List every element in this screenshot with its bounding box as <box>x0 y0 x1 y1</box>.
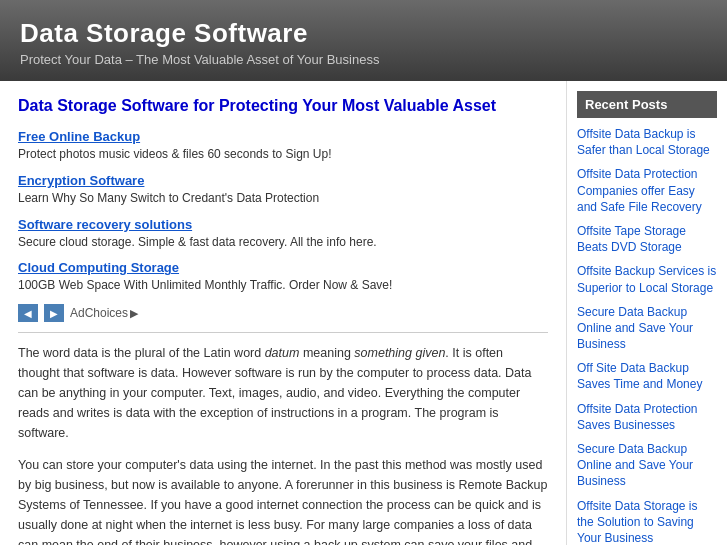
sidebar-link-7[interactable]: Secure Data Backup Online and Save Your … <box>577 441 717 490</box>
ad-controls: ◀ ▶ AdChoices ▶ <box>18 304 548 322</box>
ad-link-0-desc: Protect photos music videos & files 60 s… <box>18 146 548 163</box>
content-divider <box>18 332 548 333</box>
body-paragraph-2: You can store your computer's data using… <box>18 455 548 545</box>
ad-link-2-title[interactable]: Software recovery solutions <box>18 217 548 232</box>
site-subtitle: Protect Your Data – The Most Valuable As… <box>20 52 707 67</box>
ad-link-3-desc: 100GB Web Space With Unlimited Monthly T… <box>18 277 548 294</box>
page-wrapper: Data Storage Software for Protecting You… <box>0 81 727 545</box>
ad-next-button[interactable]: ▶ <box>44 304 64 322</box>
sidebar-link-0[interactable]: Offsite Data Backup is Safer than Local … <box>577 126 717 158</box>
sidebar-link-2[interactable]: Offsite Tape Storage Beats DVD Storage <box>577 223 717 255</box>
site-title: Data Storage Software <box>20 18 707 49</box>
ad-link-0-title[interactable]: Free Online Backup <box>18 129 548 144</box>
sidebar-link-8[interactable]: Offsite Data Storage is the Solution to … <box>577 498 717 545</box>
site-header: Data Storage Software Protect Your Data … <box>0 0 727 81</box>
main-content: Data Storage Software for Protecting You… <box>0 81 567 545</box>
ad-link-1-title[interactable]: Encryption Software <box>18 173 548 188</box>
page-heading: Data Storage Software for Protecting You… <box>18 97 548 115</box>
ad-prev-button[interactable]: ◀ <box>18 304 38 322</box>
ad-links-section: Free Online Backup Protect photos music … <box>18 129 548 294</box>
ad-link-3-title[interactable]: Cloud Computing Storage <box>18 260 548 275</box>
sidebar: Recent Posts Offsite Data Backup is Safe… <box>567 81 727 545</box>
body-paragraph-1: The word data is the plural of the Latin… <box>18 343 548 443</box>
sidebar-link-1[interactable]: Offsite Data Protection Companies offer … <box>577 166 717 215</box>
sidebar-link-5[interactable]: Off Site Data Backup Saves Time and Mone… <box>577 360 717 392</box>
ad-link-1-desc: Learn Why So Many Switch to Credant's Da… <box>18 190 548 207</box>
sidebar-heading: Recent Posts <box>577 91 717 118</box>
sidebar-link-3[interactable]: Offsite Backup Services is Superior to L… <box>577 263 717 295</box>
ad-link-2-desc: Secure cloud storage. Simple & fast data… <box>18 234 548 251</box>
ad-choices-icon: ▶ <box>130 307 138 320</box>
sidebar-link-4[interactable]: Secure Data Backup Online and Save Your … <box>577 304 717 353</box>
sidebar-link-6[interactable]: Offsite Data Protection Saves Businesses <box>577 401 717 433</box>
ad-choices-label: AdChoices ▶ <box>70 306 138 320</box>
